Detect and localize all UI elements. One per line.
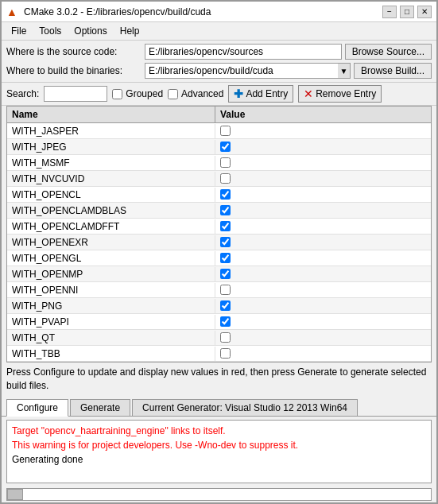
log-box[interactable]: Target "opencv_haartraining_engine" link… [6, 420, 432, 483]
entry-checkbox[interactable] [220, 348, 231, 359]
entry-name: WITH_PVAPI [7, 315, 215, 329]
entry-name: WITH_OPENCLAMDFFT [7, 219, 215, 234]
status-text: Press Configure to update and display ne… [2, 362, 436, 396]
scrollbar-thumb[interactable] [7, 489, 23, 500]
menu-bar: File Tools Options Help [2, 22, 436, 41]
advanced-checkbox[interactable] [168, 89, 178, 99]
table-row: WITH_JASPER [7, 123, 431, 139]
close-button[interactable]: ✕ [417, 6, 432, 18]
entry-checkbox[interactable] [220, 173, 231, 184]
entry-name: WITH_PNG [7, 299, 215, 313]
entry-name: WITH_NVCUVID [7, 172, 215, 186]
grouped-checkbox[interactable] [112, 89, 122, 99]
table-row: WITH_OPENCLAMDBLAS [7, 203, 431, 219]
menu-options[interactable]: Options [68, 24, 113, 38]
add-entry-button[interactable]: ✚ Add Entry [228, 85, 293, 103]
table-row: WITH_OPENCLAMDFFT [7, 219, 431, 235]
column-value-header: Value [215, 107, 431, 122]
entry-value [215, 124, 431, 138]
grouped-group: Grouped [112, 88, 163, 99]
entry-name: WITH_TBB [7, 347, 215, 361]
log-lines: Target "opencv_haartraining_engine" link… [12, 424, 426, 467]
entry-name: WITH_OPENEXR [7, 235, 215, 250]
table-row: WITH_OPENNI [7, 282, 431, 298]
entry-checkbox[interactable] [220, 189, 231, 200]
remove-entry-label: Remove Entry [316, 88, 376, 99]
maximize-button[interactable]: □ [400, 6, 414, 18]
window-controls: − □ ✕ [382, 6, 432, 18]
entry-checkbox[interactable] [220, 269, 231, 279]
browse-build-button[interactable]: Browse Build... [354, 63, 432, 79]
column-name-header: Name [7, 107, 215, 122]
search-row: Search: Grouped Advanced ✚ Add Entry ✕ R… [2, 83, 436, 106]
main-window: ▲ CMake 3.0.2 - E:/libraries/opencv/buil… [0, 0, 438, 504]
entry-value [215, 204, 431, 217]
entry-value [215, 251, 431, 265]
entry-value [215, 315, 431, 328]
entry-checkbox[interactable] [220, 316, 231, 327]
binaries-dropdown[interactable]: ▼ [338, 63, 351, 79]
generator-label: Current Generator: Visual Studio 12 2013… [132, 399, 358, 416]
entry-name: WITH_OPENGL [7, 251, 215, 266]
tab-generate[interactable]: Generate [70, 399, 130, 416]
binaries-path-row: ▼ [145, 63, 351, 79]
table-row: WITH_PNG [7, 298, 431, 314]
entry-checkbox[interactable] [220, 126, 231, 136]
binaries-label: Where to build the binaries: [6, 65, 141, 76]
table-header: Name Value [7, 107, 431, 123]
entry-name: WITH_JPEG [7, 140, 215, 154]
browse-source-button[interactable]: Browse Source... [345, 44, 432, 60]
source-input[interactable] [145, 44, 342, 60]
title-bar-left: ▲ CMake 3.0.2 - E:/libraries/opencv/buil… [6, 6, 211, 18]
bottom-scrollbar[interactable] [6, 488, 432, 501]
remove-icon: ✕ [304, 87, 313, 100]
table-row: WITH_NVCUVID [7, 171, 431, 187]
entry-checkbox[interactable] [220, 300, 231, 311]
tab-configure[interactable]: Configure [6, 399, 68, 417]
entry-value [215, 235, 431, 249]
table-row: WITH_PVAPI [7, 314, 431, 330]
entry-value [215, 331, 431, 344]
log-line: Target "opencv_haartraining_engine" link… [12, 424, 426, 438]
entry-name: WITH_QT [7, 331, 215, 345]
menu-help[interactable]: Help [114, 24, 146, 38]
log-line: Generating done [12, 452, 426, 467]
table-row: WITH_OPENMP [7, 266, 431, 282]
entry-checkbox[interactable] [220, 237, 231, 247]
entry-checkbox[interactable] [220, 253, 231, 263]
entry-value [215, 172, 431, 185]
entry-checkbox[interactable] [220, 142, 231, 152]
entries-table[interactable]: Name Value WITH_JASPERWITH_JPEGWITH_MSMF… [6, 106, 432, 362]
grouped-label: Grouped [126, 88, 163, 99]
search-label: Search: [6, 88, 39, 99]
entry-name: WITH_JASPER [7, 124, 215, 138]
entry-name: WITH_OPENCLAMDBLAS [7, 204, 215, 218]
add-icon: ✚ [234, 87, 243, 100]
menu-tools[interactable]: Tools [33, 24, 68, 38]
table-row: WITH_JPEG [7, 139, 431, 155]
entry-checkbox[interactable] [220, 285, 231, 295]
entry-checkbox[interactable] [220, 205, 231, 215]
add-entry-label: Add Entry [246, 88, 288, 99]
entry-value [215, 219, 431, 233]
entry-checkbox[interactable] [220, 332, 231, 343]
table-body: WITH_JASPERWITH_JPEGWITH_MSMFWITH_NVCUVI… [7, 123, 431, 362]
window-title: CMake 3.0.2 - E:/libraries/opencv/build/… [24, 6, 211, 17]
entry-checkbox[interactable] [220, 221, 231, 231]
entry-value [215, 267, 431, 281]
advanced-label: Advanced [181, 88, 223, 99]
search-input[interactable] [44, 86, 107, 102]
toolbar: Where is the source code: Browse Source.… [2, 41, 436, 83]
minimize-button[interactable]: − [382, 6, 397, 18]
log-line: This warning is for project developers. … [12, 438, 426, 452]
source-row: Where is the source code: Browse Source.… [6, 44, 432, 60]
binaries-input[interactable] [145, 63, 338, 79]
entry-value [215, 347, 431, 360]
entry-checkbox[interactable] [220, 157, 231, 168]
menu-file[interactable]: File [5, 24, 33, 38]
entry-value [215, 188, 431, 201]
remove-entry-button[interactable]: ✕ Remove Entry [298, 85, 382, 103]
entry-name: WITH_OPENCL [7, 188, 215, 202]
source-label: Where is the source code: [6, 46, 141, 57]
entry-value [215, 140, 431, 153]
